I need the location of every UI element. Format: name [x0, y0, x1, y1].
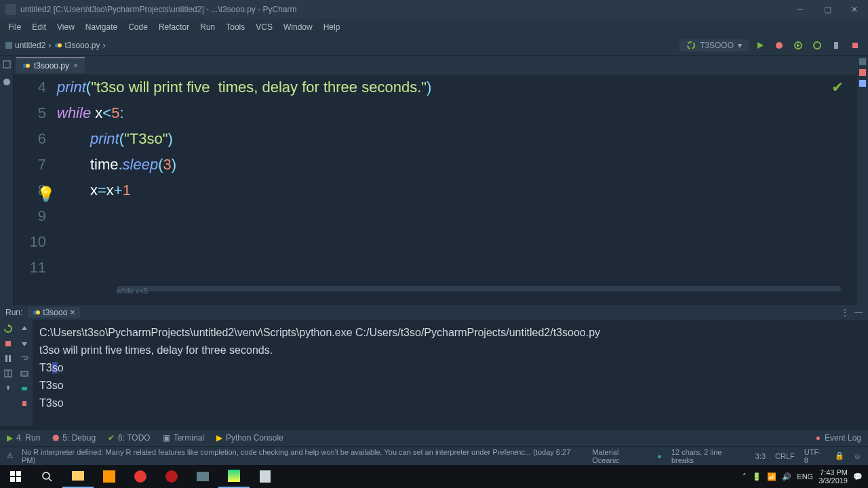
menu-vcs[interactable]: VCS	[250, 21, 278, 33]
code-token: <	[102, 104, 111, 121]
chevron-right-icon: ›	[102, 41, 105, 50]
scroll-down-icon[interactable]	[20, 339, 29, 348]
hector-icon[interactable]: ☺	[854, 452, 861, 460]
r-tool-icon[interactable]	[859, 80, 866, 87]
screenshot-icon[interactable]	[20, 369, 29, 378]
intention-bulb-icon[interactable]: 💡	[37, 182, 55, 207]
taskbar-app-1[interactable]	[94, 465, 125, 488]
taskbar-explorer[interactable]	[62, 465, 94, 488]
svg-rect-13	[3, 61, 10, 68]
tool-tab-debug[interactable]: ⬣5: Debug	[52, 433, 96, 443]
soft-wrap-icon[interactable]	[20, 354, 29, 363]
tool-tab-todo[interactable]: ✔6: TODO	[108, 433, 151, 443]
status-message[interactable]: No R interpreter defined: Many R related…	[22, 448, 584, 464]
code-token: x	[95, 104, 102, 121]
tool-tab-terminal[interactable]: ▣Terminal	[163, 433, 204, 443]
taskbar-pycharm[interactable]	[218, 465, 250, 488]
pause-icon[interactable]	[3, 354, 13, 363]
attach-button[interactable]	[829, 38, 844, 53]
tool-tab-label: Python Console	[226, 433, 283, 443]
coverage-button[interactable]	[791, 38, 806, 53]
menu-help[interactable]: Help	[318, 21, 346, 33]
system-tray: ˄ 🔋 📶 🔊 ENG 7:43 PM 3/3/2019 💬	[743, 465, 868, 488]
run-button[interactable]	[753, 38, 768, 53]
scroll-up-icon[interactable]	[20, 324, 29, 333]
editor-tab[interactable]: t3sooo.py ×	[16, 57, 85, 73]
window-close-button[interactable]: ✕	[841, 0, 868, 19]
window-maximize-button[interactable]: ▢	[814, 0, 841, 19]
status-encoding[interactable]: UTF-8	[804, 448, 825, 464]
console-line: T3so	[39, 359, 861, 377]
layout-icon[interactable]	[3, 369, 13, 378]
sciview-tool-icon[interactable]	[859, 69, 866, 76]
search-button[interactable]	[31, 465, 62, 488]
status-line-separator[interactable]: CRLF	[775, 452, 795, 460]
trash-icon[interactable]	[20, 399, 29, 408]
breadcrumb-project[interactable]: untitled2 ›	[5, 41, 51, 50]
status-background-task-icon[interactable]: ●	[657, 452, 662, 460]
console-output[interactable]: C:\Users\t3so\PycharmProjects\untitled2\…	[33, 320, 868, 426]
taskbar-app-5[interactable]	[250, 465, 281, 488]
editor-horizontal-scrollbar[interactable]	[117, 286, 841, 291]
tray-language[interactable]: ENG	[797, 472, 813, 481]
svg-rect-18	[5, 341, 11, 346]
profile-button[interactable]	[810, 38, 825, 53]
svg-rect-29	[16, 471, 21, 476]
tool-tab-run[interactable]: ▶4: Run	[7, 433, 40, 443]
chevron-down-icon: ▾	[738, 41, 742, 50]
tray-clock[interactable]: 7:43 PM 3/3/2019	[818, 468, 848, 485]
tray-notifications-icon[interactable]: 💬	[853, 472, 863, 481]
rerun-icon[interactable]	[3, 324, 13, 333]
svg-point-14	[3, 79, 10, 85]
editor-breadcrumb[interactable]: while x<5	[117, 278, 148, 304]
code-editor[interactable]: 4 5 6 7 8 9 10 11 ✔ print("t3so will pri…	[14, 75, 857, 298]
svg-line-33	[49, 479, 52, 481]
lock-icon[interactable]: 🔒	[835, 451, 844, 460]
close-tab-button[interactable]: ×	[70, 308, 75, 317]
menu-navigate[interactable]: Navigate	[80, 21, 123, 33]
status-theme[interactable]: Material Oceanic	[592, 448, 648, 464]
run-panel-tab[interactable]: t3sooo ×	[28, 307, 80, 318]
menu-edit[interactable]: Edit	[26, 21, 52, 33]
close-tab-button[interactable]: ×	[73, 61, 78, 70]
menu-run[interactable]: Run	[195, 21, 220, 33]
run-panel-tab-label: t3sooo	[43, 308, 67, 317]
status-selection: 12 chars, 2 line breaks	[671, 448, 746, 464]
menu-code[interactable]: Code	[123, 21, 153, 33]
chevron-right-icon: ›	[48, 41, 51, 50]
python-file-icon	[55, 42, 62, 49]
menu-window[interactable]: Window	[278, 21, 318, 33]
tray-chevron-up-icon[interactable]: ˄	[743, 472, 747, 481]
start-button[interactable]	[0, 465, 31, 488]
menu-view[interactable]: View	[52, 21, 80, 33]
tool-tab-event-log[interactable]: Event Log	[825, 433, 861, 443]
tray-wifi-icon[interactable]: 📶	[767, 472, 776, 481]
tool-tab-python-console[interactable]: ▶Python Console	[216, 433, 283, 443]
breadcrumb-file[interactable]: t3sooo.py ›	[55, 41, 105, 50]
tray-battery-icon[interactable]: 🔋	[752, 472, 762, 481]
svg-point-3	[688, 42, 694, 49]
debug-button[interactable]	[772, 38, 787, 53]
loading-icon	[686, 41, 696, 50]
window-minimize-button[interactable]: ─	[787, 0, 814, 19]
menu-file[interactable]: File	[3, 21, 26, 33]
taskbar-app-4[interactable]	[187, 465, 218, 488]
event-log-icon: ●	[816, 433, 821, 443]
code-area[interactable]: ✔ print("t3so will print five times, del…	[57, 75, 857, 298]
stop-icon[interactable]	[3, 339, 13, 348]
pin-icon[interactable]	[3, 384, 13, 393]
taskbar-app-3[interactable]	[156, 465, 187, 488]
stop-button[interactable]	[848, 38, 863, 53]
print-icon[interactable]	[20, 384, 29, 393]
database-tool-icon[interactable]	[859, 58, 866, 65]
structure-tool-icon[interactable]	[2, 77, 12, 87]
project-tool-icon[interactable]	[2, 60, 12, 69]
run-panel-options-icon[interactable]: ⋮	[841, 308, 849, 317]
menu-refactor[interactable]: Refactor	[153, 21, 195, 33]
tray-volume-icon[interactable]: 🔊	[782, 472, 791, 481]
menu-tools[interactable]: Tools	[220, 21, 250, 33]
run-config-selector[interactable]: T3SOOO ▾	[679, 39, 749, 52]
run-panel-hide-button[interactable]: —	[854, 308, 863, 317]
status-bar: ⚠ No R interpreter defined: Many R relat…	[0, 446, 868, 465]
taskbar-app-2[interactable]	[125, 465, 156, 488]
